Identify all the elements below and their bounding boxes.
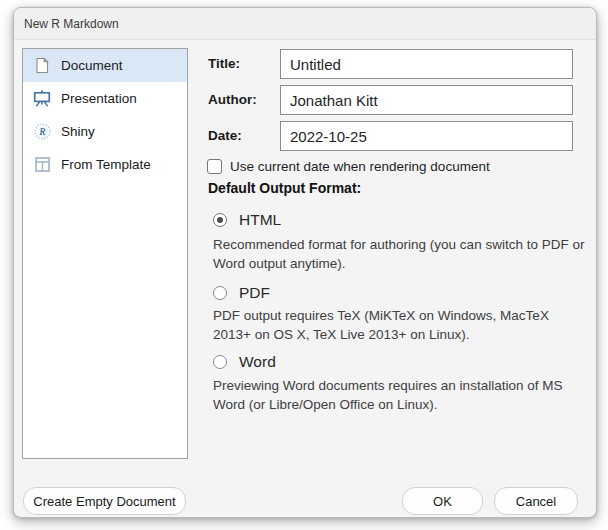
pdf-radio[interactable]	[213, 286, 227, 300]
document-icon	[32, 57, 52, 75]
html-option-row: HTML	[213, 211, 281, 229]
title-label: Title:	[208, 56, 274, 71]
create-empty-document-button[interactable]: Create Empty Document	[23, 487, 186, 515]
word-radio-label: Word	[239, 353, 276, 371]
sidebar-item-from-template[interactable]: From Template	[23, 148, 187, 181]
template-icon	[32, 156, 52, 174]
default-output-format-heading: Default Output Format:	[208, 180, 361, 196]
shiny-icon: R	[32, 123, 52, 141]
date-input[interactable]	[280, 121, 573, 151]
cancel-button[interactable]: Cancel	[494, 487, 578, 515]
new-r-markdown-dialog: New R Markdown Document	[13, 7, 597, 518]
sidebar-item-document[interactable]: Document	[23, 49, 187, 82]
dialog-titlebar[interactable]: New R Markdown	[14, 8, 596, 40]
word-radio[interactable]	[213, 355, 227, 369]
use-current-date-label: Use current date when rendering document	[230, 159, 490, 174]
pdf-option-row: PDF	[213, 284, 270, 302]
document-type-list: Document Presentation	[22, 48, 188, 459]
presentation-icon	[32, 90, 52, 108]
sidebar-item-label: Presentation	[61, 91, 137, 106]
word-option-row: Word	[213, 353, 276, 371]
screen: New R Markdown Document	[0, 0, 608, 530]
svg-text:R: R	[38, 127, 45, 137]
use-current-date-row: Use current date when rendering document	[207, 159, 490, 174]
pdf-radio-label: PDF	[239, 284, 270, 302]
html-radio-label: HTML	[239, 211, 281, 229]
sidebar-item-shiny[interactable]: R Shiny	[23, 115, 187, 148]
date-label: Date:	[208, 128, 274, 143]
sidebar-item-presentation[interactable]: Presentation	[23, 82, 187, 115]
dialog-title: New R Markdown	[24, 17, 119, 31]
use-current-date-checkbox[interactable]	[207, 159, 222, 174]
html-description: Recommended format for authoring (you ca…	[213, 235, 585, 273]
html-radio[interactable]	[213, 213, 227, 227]
word-description: Previewing Word documents requires an in…	[213, 376, 585, 414]
pdf-description: PDF output requires TeX (MiKTeX on Windo…	[213, 306, 585, 344]
author-label: Author:	[208, 92, 274, 107]
title-input[interactable]	[280, 49, 573, 79]
sidebar-item-label: From Template	[61, 157, 151, 172]
sidebar-item-label: Shiny	[61, 124, 95, 139]
ok-button[interactable]: OK	[402, 487, 483, 515]
sidebar-item-label: Document	[61, 58, 123, 73]
author-input[interactable]	[280, 85, 573, 115]
